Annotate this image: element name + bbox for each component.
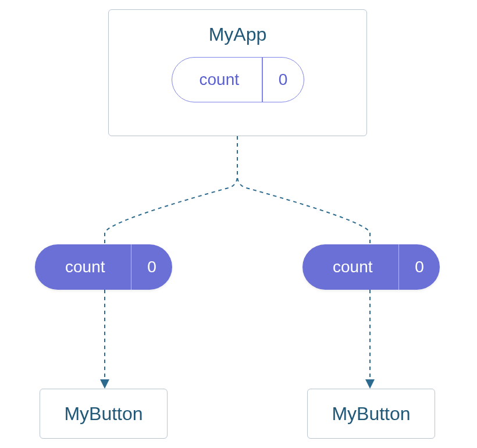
- prop-value: 0: [131, 244, 172, 290]
- svg-marker-0: [100, 379, 109, 389]
- prop-pill-right: count 0: [302, 244, 440, 290]
- prop-value: 0: [399, 244, 440, 290]
- state-value: 0: [263, 58, 304, 102]
- parent-state-pill: count 0: [172, 57, 304, 102]
- child-component-node-left: MyButton: [40, 389, 168, 439]
- prop-label: count: [302, 258, 398, 276]
- state-label: count: [172, 70, 262, 89]
- parent-component-node: MyApp count 0: [108, 9, 367, 136]
- parent-component-title: MyApp: [209, 24, 267, 45]
- child-component-title: MyButton: [332, 403, 410, 425]
- svg-marker-1: [365, 379, 375, 389]
- child-component-title: MyButton: [64, 403, 143, 425]
- prop-pill-left: count 0: [35, 244, 172, 290]
- child-component-node-right: MyButton: [307, 389, 435, 439]
- prop-label: count: [35, 258, 131, 276]
- diagram-canvas: MyApp count 0 count 0 count 0 MyButton M…: [0, 0, 477, 448]
